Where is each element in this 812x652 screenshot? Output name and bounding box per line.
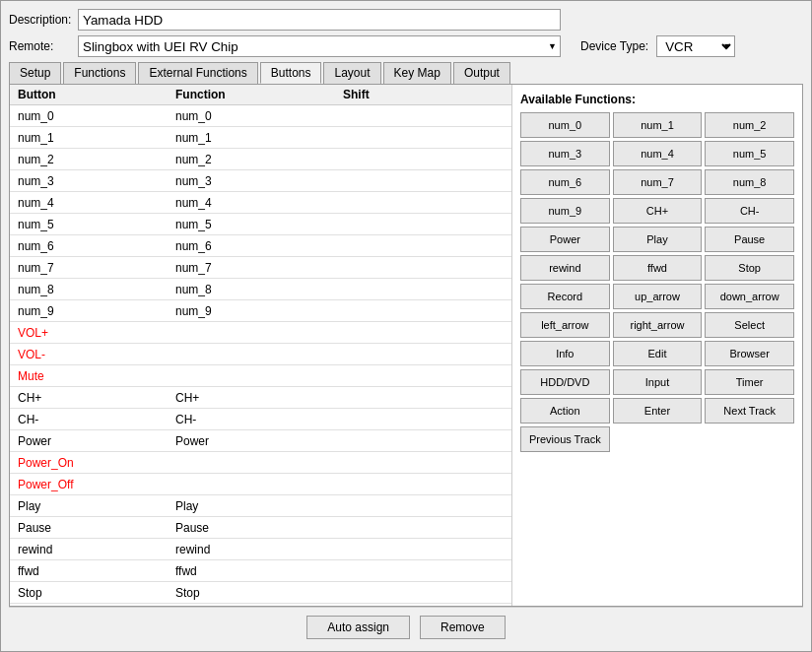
table-row[interactable]: VOL- xyxy=(10,344,511,365)
cell-function: CH+ xyxy=(168,391,335,405)
table-row[interactable]: num_9 num_9 xyxy=(10,300,511,322)
cell-button: ffwd xyxy=(10,564,168,578)
tab-setup[interactable]: Setup xyxy=(9,62,61,84)
cell-button: Power xyxy=(10,434,168,448)
cell-button: Mute xyxy=(10,369,168,383)
remote-label: Remote: xyxy=(9,39,78,53)
available-function-button[interactable]: Timer xyxy=(705,369,794,395)
table-row[interactable]: Stop Stop xyxy=(10,582,511,604)
table-row[interactable]: ffwd ffwd xyxy=(10,560,511,582)
table-row[interactable]: num_2 num_2 xyxy=(10,149,511,170)
table-row[interactable]: rewind rewind xyxy=(10,539,511,560)
table-row[interactable]: Power_Off xyxy=(10,474,511,495)
available-function-button[interactable]: num_5 xyxy=(705,141,794,166)
available-function-button[interactable]: num_7 xyxy=(613,169,703,195)
cell-button: num_9 xyxy=(10,304,168,318)
table-row[interactable]: CH+ CH+ xyxy=(10,387,511,409)
table-row[interactable]: num_6 num_6 xyxy=(10,235,511,257)
table-row[interactable]: num_4 num_4 xyxy=(10,192,511,214)
cell-button: Power_On xyxy=(10,456,168,470)
tab-functions[interactable]: Functions xyxy=(63,62,136,84)
available-function-button[interactable]: Edit xyxy=(613,341,703,366)
remove-button[interactable]: Remove xyxy=(420,616,506,639)
table-row[interactable]: num_0 num_0 xyxy=(10,105,511,127)
table-row[interactable]: num_1 num_1 xyxy=(10,127,511,149)
available-function-button[interactable]: Browser xyxy=(705,341,794,366)
available-function-button[interactable]: down_arrow xyxy=(705,284,794,309)
cell-function: num_6 xyxy=(168,239,335,253)
available-function-button[interactable]: CH+ xyxy=(613,198,703,224)
table-row[interactable]: Record Record xyxy=(10,604,511,606)
available-function-button[interactable]: Record xyxy=(520,284,610,309)
header-function: Function xyxy=(168,88,335,101)
available-function-button[interactable]: Next Track xyxy=(705,398,794,424)
table-row[interactable]: Power Power xyxy=(10,430,511,452)
available-function-button[interactable]: ffwd xyxy=(613,255,703,281)
available-function-button[interactable]: Input xyxy=(613,369,703,395)
table-row[interactable]: Power_On xyxy=(10,452,511,474)
tab-buttons[interactable]: Buttons xyxy=(260,62,322,84)
available-function-button[interactable]: num_8 xyxy=(705,169,794,195)
description-input[interactable] xyxy=(78,9,561,31)
cell-button: num_6 xyxy=(10,239,168,253)
available-function-button[interactable]: Play xyxy=(613,227,703,252)
available-function-button[interactable]: Previous Track xyxy=(520,426,610,452)
cell-button: Stop xyxy=(10,586,168,600)
available-function-button[interactable]: num_0 xyxy=(520,112,610,138)
cell-function: Stop xyxy=(168,586,335,600)
cell-button: num_7 xyxy=(10,261,168,275)
table-row[interactable]: num_5 num_5 xyxy=(10,214,511,235)
cell-button: rewind xyxy=(10,543,168,556)
table-row[interactable]: num_8 num_8 xyxy=(10,279,511,300)
cell-button: num_0 xyxy=(10,109,168,123)
available-function-button[interactable]: num_4 xyxy=(613,141,703,166)
available-function-button[interactable]: num_2 xyxy=(705,112,794,138)
table-row[interactable]: num_7 num_7 xyxy=(10,257,511,279)
table-row[interactable]: num_3 num_3 xyxy=(10,170,511,192)
available-function-button[interactable]: Info xyxy=(520,341,610,366)
cell-button: Play xyxy=(10,499,168,513)
available-function-button[interactable]: num_1 xyxy=(613,112,703,138)
available-function-button[interactable]: num_3 xyxy=(520,141,610,166)
table-row[interactable]: Play Play xyxy=(10,495,511,517)
available-function-button[interactable]: right_arrow xyxy=(613,312,703,338)
table-row[interactable]: CH- CH- xyxy=(10,409,511,430)
available-function-button[interactable]: rewind xyxy=(520,255,610,281)
cell-function: CH- xyxy=(168,413,335,426)
table-row[interactable]: Mute xyxy=(10,365,511,387)
available-function-button[interactable]: Enter xyxy=(613,398,703,424)
table-body[interactable]: num_0 num_0 num_1 num_1 num_2 num_2 num_… xyxy=(10,105,511,606)
available-function-button[interactable]: num_6 xyxy=(520,169,610,195)
available-function-button[interactable]: num_9 xyxy=(520,198,610,224)
cell-button: VOL+ xyxy=(10,326,168,340)
available-function-button[interactable]: up_arrow xyxy=(613,284,703,309)
cell-button: CH+ xyxy=(10,391,168,405)
cell-function: num_5 xyxy=(168,218,335,231)
auto-assign-button[interactable]: Auto assign xyxy=(306,616,410,639)
tab-output[interactable]: Output xyxy=(453,62,510,84)
cell-function: num_4 xyxy=(168,196,335,210)
table-row[interactable]: VOL+ xyxy=(10,322,511,344)
available-function-button[interactable]: Stop xyxy=(705,255,794,281)
tab-keymap[interactable]: Key Map xyxy=(383,62,451,84)
bottom-bar: Auto assign Remove xyxy=(9,607,803,647)
available-function-button[interactable]: Select xyxy=(705,312,794,338)
tab-layout[interactable]: Layout xyxy=(323,62,380,84)
available-function-button[interactable]: HDD/DVD xyxy=(520,369,610,395)
available-function-button[interactable]: Action xyxy=(520,398,610,424)
available-function-button[interactable]: left_arrow xyxy=(520,312,610,338)
available-functions-title: Available Functions: xyxy=(520,93,794,106)
tab-external-functions[interactable]: External Functions xyxy=(138,62,257,84)
remote-select[interactable]: Slingbox with UEI RV Chip xyxy=(78,35,561,57)
cell-button: num_5 xyxy=(10,218,168,231)
cell-button: num_3 xyxy=(10,174,168,188)
available-function-button[interactable]: CH- xyxy=(705,198,794,224)
table-row[interactable]: Pause Pause xyxy=(10,517,511,539)
available-function-button[interactable]: Pause xyxy=(705,227,794,252)
cell-function: Power xyxy=(168,434,335,448)
device-type-select[interactable]: VCR xyxy=(656,35,735,57)
available-function-button[interactable]: Power xyxy=(520,227,610,252)
cell-function: Play xyxy=(168,499,335,513)
cell-button: CH- xyxy=(10,413,168,426)
cell-button: num_8 xyxy=(10,283,168,296)
